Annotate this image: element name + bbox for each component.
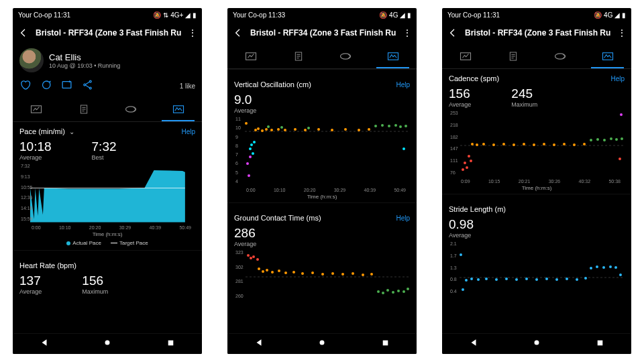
tab-stats[interactable] [442,44,490,68]
more-button[interactable]: ⋮ [402,27,413,38]
svg-point-32 [317,128,320,131]
svg-point-8 [105,341,110,345]
tab-map[interactable] [537,44,584,68]
nav-recent[interactable] [596,338,604,350]
svg-point-34 [344,128,347,131]
svg-point-86 [476,143,478,146]
svg-point-3 [89,87,91,89]
tab-stats[interactable] [13,97,60,121]
profile-name[interactable]: Cat Ellis [49,52,120,62]
svg-point-98 [590,139,592,141]
chevron-down-icon[interactable]: ⌄ [69,128,74,135]
more-button[interactable]: ⋮ [187,27,198,38]
svg-point-33 [331,129,333,131]
back-button[interactable] [17,27,30,38]
pace-avg: 10:18 [19,139,52,154]
cadence-chart[interactable] [460,111,625,178]
svg-rect-74 [383,341,388,346]
page-title: Bristol - RFF34 (Zone 3 Fast Finish Run) [36,28,182,38]
stride-chart[interactable] [458,241,625,296]
svg-point-55 [278,269,280,272]
svg-point-27 [270,129,273,131]
svg-point-116 [535,278,538,281]
svg-point-45 [405,125,407,127]
svg-point-51 [258,267,260,270]
nav-back[interactable] [254,338,264,350]
vo-chart[interactable] [244,117,410,186]
svg-point-39 [307,127,310,129]
hr-max: 156 [82,274,108,288]
help-link[interactable]: Help [181,128,195,135]
svg-point-102 [615,138,618,141]
svg-point-58 [301,272,304,275]
svg-rect-9 [168,341,174,346]
svg-point-80 [464,162,466,164]
tab-stats[interactable] [227,44,275,68]
svg-point-108 [465,279,468,282]
svg-point-20 [253,141,256,143]
svg-point-111 [485,278,488,280]
carrier: Your Co-op [18,11,52,19]
help-link[interactable]: Help [396,81,410,88]
nav-home[interactable] [103,338,112,350]
vo-title: Vertical Oscillation (cm) [234,80,311,88]
nav-recent[interactable] [166,338,175,350]
pace-chart[interactable] [30,164,195,224]
svg-point-24 [257,127,260,130]
svg-rect-129 [598,341,603,346]
nav-recent[interactable] [381,338,390,350]
gct-title: Ground Contact Time (ms) [234,214,321,222]
svg-point-63 [352,272,354,275]
svg-point-121 [584,277,587,280]
svg-point-101 [610,137,612,140]
tab-laps[interactable] [60,97,108,121]
svg-point-79 [462,168,464,171]
comment-button[interactable] [40,79,52,93]
svg-point-47 [247,254,250,257]
svg-point-50 [256,258,259,261]
nav-back[interactable] [40,338,49,350]
like-count[interactable]: 1 like [180,82,195,90]
gct-chart[interactable] [245,250,410,301]
help-link[interactable]: Help [610,75,625,82]
photo-button[interactable] [61,79,72,93]
back-button[interactable] [446,27,460,38]
svg-point-117 [545,278,548,280]
tab-map[interactable] [107,97,155,121]
svg-point-120 [576,278,578,281]
like-button[interactable] [19,79,31,93]
svg-point-67 [382,292,384,294]
svg-point-28 [277,128,280,131]
svg-point-14 [246,162,249,165]
tab-laps[interactable] [275,44,323,68]
nav-home[interactable] [532,338,541,350]
tab-charts[interactable] [370,44,417,68]
svg-point-70 [397,290,400,292]
svg-point-83 [470,160,472,162]
back-button[interactable] [231,27,245,38]
help-link[interactable]: Help [396,215,410,222]
svg-point-54 [271,271,274,274]
svg-point-41 [381,124,384,127]
stride-title: Stride Length (m) [449,205,506,213]
svg-point-100 [603,139,606,141]
svg-point-73 [320,341,325,345]
tab-charts[interactable] [155,97,203,121]
tab-laps[interactable] [490,44,537,68]
tab-map[interactable] [322,44,370,68]
avatar[interactable] [19,48,44,72]
status-icons: 🔕 ⇅ 4G+ ◢ ▮ [153,11,197,19]
nav-home[interactable] [317,338,327,350]
more-button[interactable]: ⋮ [616,27,627,38]
svg-point-29 [284,129,286,131]
svg-point-21 [402,147,405,150]
svg-point-35 [358,129,360,131]
svg-point-104 [620,113,623,116]
svg-point-62 [341,273,344,276]
svg-point-65 [370,273,373,276]
svg-point-128 [535,341,539,345]
nav-back[interactable] [469,338,478,350]
vo-avg: 9.0 [234,93,256,107]
share-button[interactable] [82,79,93,93]
tab-charts[interactable] [584,44,632,68]
